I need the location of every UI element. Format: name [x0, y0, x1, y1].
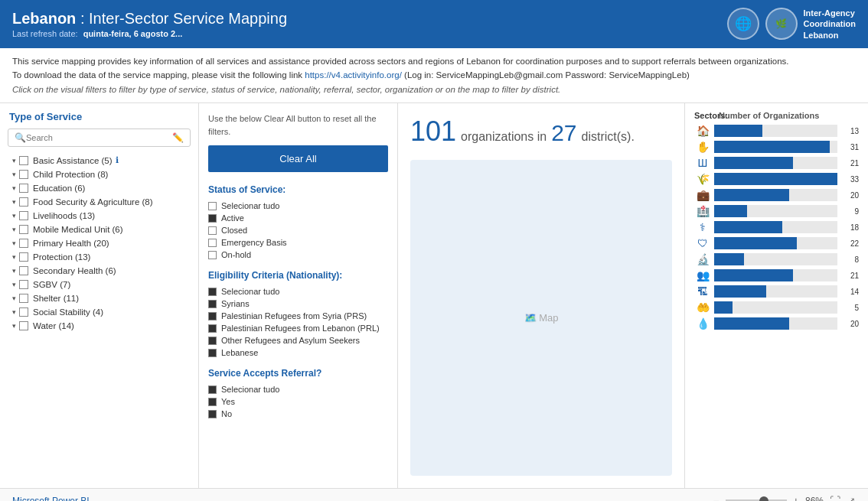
eligibility-option[interactable]: Other Refugees and Asylum Seekers: [208, 336, 388, 345]
status-option-label: Emergency Basis: [221, 238, 287, 247]
panel-title: Type of Service: [0, 111, 198, 129]
logo-area: 🌐 🌿 Inter-Agency Coordination Lebanon: [727, 8, 856, 41]
service-checkbox[interactable]: [19, 321, 28, 330]
chart-bar: [714, 269, 793, 281]
service-item-label: SGBV (7): [33, 280, 70, 289]
filter-checkbox[interactable]: [208, 324, 217, 333]
service-item-label: Mobile Medical Unit (6): [33, 225, 123, 234]
filter-checkbox[interactable]: [208, 251, 217, 259]
filter-checkbox[interactable]: [208, 202, 217, 210]
chevron-icon: ▾: [12, 322, 16, 330]
service-list-item[interactable]: ▾ Water (14): [0, 319, 198, 333]
service-checkbox[interactable]: [19, 184, 28, 193]
chart-row: 👥 21: [694, 269, 859, 281]
activityinfo-link[interactable]: https://v4.activityinfo.org/: [305, 70, 402, 80]
status-option[interactable]: Closed: [208, 226, 388, 235]
referral-option[interactable]: Yes: [208, 397, 388, 406]
referral-option[interactable]: Selecionar tudo: [208, 385, 388, 394]
chart-value: 20: [840, 191, 859, 200]
service-list-item[interactable]: ▾ Social Stability (4): [0, 305, 198, 319]
service-list-item[interactable]: ▾ Food Security & Agriculture (8): [0, 195, 198, 209]
chevron-icon: ▾: [12, 253, 16, 261]
chart-rows: 🏠 13 ✋ 31 Ш 21 🌾 33 💼 20 🏥 9: [694, 125, 859, 330]
status-option[interactable]: On-hold: [208, 250, 388, 259]
service-list-item[interactable]: ▾ Protection (13): [0, 250, 198, 264]
chart-bar-container: [714, 317, 837, 330]
zoom-slider-thumb[interactable]: [759, 496, 768, 501]
chart-row: 🛡 22: [694, 237, 859, 249]
referral-option-label: No: [221, 409, 232, 418]
service-checkbox[interactable]: [19, 252, 28, 262]
filter-checkbox[interactable]: [208, 214, 217, 223]
eligibility-option[interactable]: Lebanese: [208, 348, 388, 357]
powerbi-link[interactable]: Microsoft Power BI: [12, 496, 90, 501]
info-line2: To download the data of the service mapp…: [12, 68, 856, 82]
service-checkbox[interactable]: [19, 156, 28, 165]
service-list-item[interactable]: ▾ Livelihoods (13): [0, 209, 198, 223]
zoom-out-icon[interactable]: −: [713, 495, 720, 501]
filter-checkbox[interactable]: [208, 337, 217, 345]
info-icon[interactable]: ℹ: [116, 155, 119, 165]
eligibility-option[interactable]: Syrians: [208, 299, 388, 308]
chart-row: 💧 20: [694, 317, 859, 330]
service-checkbox[interactable]: [19, 225, 28, 234]
chevron-icon: ▾: [12, 184, 16, 192]
chevron-icon: ▾: [12, 267, 16, 275]
service-list-item[interactable]: ▾ Basic Assistance (5) ℹ: [0, 153, 198, 168]
filter-checkbox[interactable]: [208, 349, 217, 357]
status-label: Status of Service:: [208, 184, 388, 195]
chart-bar-container: [714, 125, 837, 137]
service-checkbox[interactable]: [19, 307, 28, 317]
service-list-item[interactable]: ▾ Primary Health (20): [0, 236, 198, 250]
status-option[interactable]: Selecionar tudo: [208, 201, 388, 210]
filter-checkbox[interactable]: [208, 312, 217, 320]
filter-checkbox[interactable]: [208, 288, 217, 296]
service-item-label: Primary Health (20): [33, 239, 109, 248]
service-list-item[interactable]: ▾ Child Protection (8): [0, 168, 198, 181]
search-input[interactable]: [26, 133, 172, 142]
stats-main: 101 organizations in 27 district(s).: [410, 115, 635, 148]
chart-bar: [714, 285, 766, 298]
service-checkbox[interactable]: [19, 211, 28, 220]
filter-checkbox[interactable]: [208, 398, 217, 406]
filter-checkbox[interactable]: [208, 386, 217, 394]
service-checkbox[interactable]: [19, 170, 28, 179]
chart-bar: [714, 317, 789, 330]
status-option[interactable]: Emergency Basis: [208, 238, 388, 247]
chart-bar: [714, 221, 782, 233]
service-list-item[interactable]: ▾ Mobile Medical Unit (6): [0, 223, 198, 236]
service-checkbox[interactable]: [19, 294, 28, 303]
search-box[interactable]: 🔍 ✏️: [8, 129, 191, 147]
service-checkbox[interactable]: [19, 197, 28, 207]
chart-value: 31: [840, 143, 859, 151]
eligibility-option[interactable]: Selecionar tudo: [208, 287, 388, 296]
filter-checkbox[interactable]: [208, 226, 217, 235]
filter-checkbox[interactable]: [208, 410, 217, 418]
eligibility-option[interactable]: Palestinian Refugees from Syria (PRS): [208, 311, 388, 320]
shelter-icon: 🏠: [694, 125, 711, 137]
service-list-item[interactable]: ▾ Secondary Health (6): [0, 264, 198, 278]
referral-option[interactable]: No: [208, 409, 388, 418]
eligibility-option[interactable]: Palestinian Refugees from Lebanon (PRL): [208, 324, 388, 333]
service-checkbox[interactable]: [19, 239, 28, 248]
service-list-item[interactable]: ▾ SGBV (7): [0, 278, 198, 291]
service-item-label: Livelihoods (13): [33, 211, 95, 220]
clear-all-button[interactable]: Clear All: [208, 145, 388, 172]
service-checkbox[interactable]: [19, 280, 28, 289]
filter-checkbox[interactable]: [208, 239, 217, 247]
filter-checkbox[interactable]: [208, 300, 217, 308]
status-option[interactable]: Active: [208, 213, 388, 223]
service-checkbox[interactable]: [19, 266, 28, 275]
fullscreen-icon[interactable]: ⛶: [830, 495, 840, 501]
service-list-item[interactable]: ▾ Shelter (11): [0, 291, 198, 305]
chart-bar-container: [714, 221, 837, 233]
expand-icon[interactable]: ⤢: [847, 495, 856, 501]
logo-text: Inter-Agency Coordination Lebanon: [804, 8, 856, 41]
filter-hint: Use the below Clear All button to reset …: [208, 112, 388, 138]
primary-health-icon: ⚕: [694, 221, 711, 233]
header-title: Lebanon : Inter-Sector Service Mapping L…: [12, 10, 287, 38]
zoom-in-icon[interactable]: +: [793, 495, 799, 501]
chevron-icon: ▾: [12, 226, 16, 233]
service-list-item[interactable]: ▾ Education (6): [0, 181, 198, 195]
zoom-level: 86%: [805, 496, 824, 501]
